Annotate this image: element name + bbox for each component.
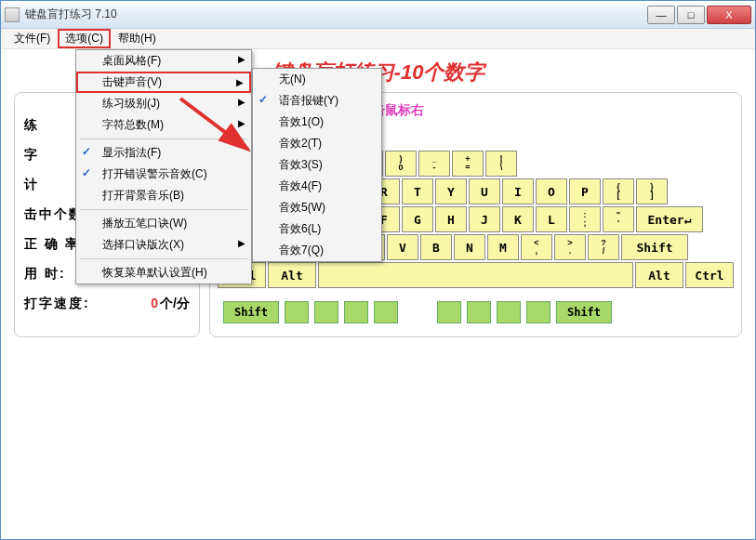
minimize-button[interactable]: — <box>647 6 675 24</box>
key[interactable]: B <box>420 234 452 260</box>
menu-item[interactable]: 音效7(Q) <box>253 240 381 261</box>
menu-file[interactable]: 文件(F) <box>7 29 58 48</box>
finger-key <box>497 301 521 323</box>
key[interactable]: >. <box>554 234 586 260</box>
key[interactable] <box>318 262 633 288</box>
key[interactable]: J <box>469 206 500 232</box>
menu-item[interactable]: 打开背景音乐(B) <box>76 185 251 206</box>
finger-key <box>467 301 491 323</box>
options-dropdown: 桌面风格(F)▶击键声音(V)▶练习级别(J)▶字符总数(M)▶显示指法(F)✓… <box>75 49 252 284</box>
key[interactable]: K <box>502 206 534 232</box>
menu-item[interactable]: 音效5(W) <box>253 197 381 218</box>
menu-item[interactable]: 音效1(O) <box>253 112 381 133</box>
key[interactable]: L <box>536 206 567 232</box>
check-icon: ✓ <box>82 145 91 158</box>
finger-shift-right: Shift <box>556 301 612 323</box>
sound-dropdown: 无(N)语音报键(Y)✓音效1(O)音效2(T)音效3(S)音效4(F)音效5(… <box>252 68 382 262</box>
key[interactable]: <, <box>521 234 552 260</box>
key[interactable]: :; <box>569 206 601 232</box>
key[interactable]: Y <box>435 178 467 204</box>
stat-label: 计 <box>24 177 39 193</box>
submenu-arrow-icon: ▶ <box>238 238 245 248</box>
menu-item[interactable]: 播放五笔口诀(W) <box>76 213 251 234</box>
menu-item[interactable]: 音效6(L) <box>253 218 381 240</box>
menu-item[interactable]: 无(N) <box>253 69 381 90</box>
check-icon: ✓ <box>259 93 268 106</box>
menu-item[interactable]: 桌面风格(F)▶ <box>76 50 251 72</box>
menu-item[interactable]: 音效4(F) <box>253 176 381 197</box>
speed-label: 打字速度: <box>24 296 90 312</box>
menu-item[interactable]: 音效2(T) <box>253 133 381 154</box>
finger-shift-left: Shift <box>223 301 279 323</box>
menu-item[interactable]: 音效3(S) <box>253 154 381 176</box>
key[interactable]: M <box>487 234 519 260</box>
key[interactable]: H <box>435 206 467 232</box>
menu-item[interactable]: 语音报键(Y)✓ <box>253 90 381 112</box>
submenu-arrow-icon: ▶ <box>238 97 245 107</box>
stat-label: 练 <box>24 117 39 134</box>
key[interactable]: }] <box>636 178 668 204</box>
finger-key <box>344 301 368 323</box>
menu-item[interactable]: 显示指法(F)✓ <box>76 142 251 164</box>
time-label: 用 时: <box>24 266 66 283</box>
titlebar[interactable]: 键盘盲打练习 7.10 — □ X <box>1 1 755 29</box>
menu-item[interactable]: 字符总数(M)▶ <box>76 114 251 136</box>
check-icon: ✓ <box>82 166 91 179</box>
key[interactable]: T <box>402 178 433 204</box>
close-button[interactable]: X <box>707 6 751 24</box>
window-title: 键盘盲打练习 7.10 <box>25 7 647 22</box>
key[interactable]: Alt <box>635 262 683 288</box>
key[interactable]: _- <box>418 151 450 177</box>
menu-item[interactable]: 选择口诀版次(X)▶ <box>76 234 251 256</box>
finger-key <box>437 301 461 323</box>
finger-key <box>314 301 338 323</box>
submenu-arrow-icon: ▶ <box>238 54 245 64</box>
key[interactable]: Ctrl <box>685 262 734 288</box>
maximize-button[interactable]: □ <box>677 6 705 24</box>
stat-label: 字 <box>24 147 39 164</box>
submenu-arrow-icon: ▶ <box>238 118 245 128</box>
finger-key <box>526 301 550 323</box>
key[interactable]: Shift <box>621 234 688 260</box>
submenu-arrow-icon: ▶ <box>236 77 244 87</box>
menu-item[interactable]: 练习级别(J)▶ <box>76 93 251 114</box>
menubar: 文件(F) 选项(C) 帮助(H) <box>1 29 755 49</box>
key[interactable]: )0 <box>385 151 417 177</box>
menu-item[interactable]: 打开错误警示音效(C)✓ <box>76 164 251 185</box>
key[interactable]: N <box>454 234 485 260</box>
key[interactable]: |\ <box>485 151 517 177</box>
key[interactable]: I <box>502 178 534 204</box>
key[interactable]: "' <box>603 206 634 232</box>
finger-bar: Shift Shift <box>218 296 734 329</box>
key[interactable]: U <box>469 178 500 204</box>
finger-key <box>285 301 309 323</box>
key[interactable]: Alt <box>268 262 316 288</box>
finger-key <box>374 301 398 323</box>
menu-help[interactable]: 帮助(H) <box>111 29 164 48</box>
key[interactable]: P <box>569 178 601 204</box>
key[interactable]: G <box>402 206 433 232</box>
key[interactable]: {[ <box>603 178 634 204</box>
key[interactable]: V <box>387 234 418 260</box>
menu-item[interactable]: 击键声音(V)▶ <box>76 72 251 93</box>
key[interactable]: Enter↵ <box>636 206 703 232</box>
menu-item[interactable]: 恢复菜单默认设置(H) <box>76 262 251 283</box>
app-window: 键盘盲打练习 7.10 — □ X 文件(F) 选项(C) 帮助(H) 键盘盲打… <box>0 0 756 540</box>
key[interactable]: ?/ <box>588 234 619 260</box>
key[interactable]: += <box>452 151 484 177</box>
key[interactable]: O <box>536 178 567 204</box>
menu-options[interactable]: 选项(C) <box>58 29 111 48</box>
app-icon <box>5 7 20 22</box>
speed-value: 0 <box>151 296 158 310</box>
